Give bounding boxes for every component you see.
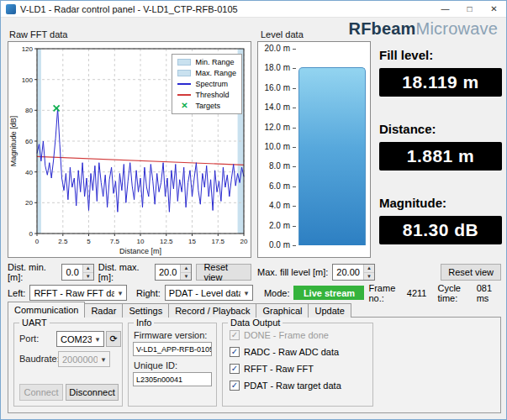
fill-level-label: Fill level: [379,48,502,62]
svg-text:0: 0 [35,238,40,245]
disconnect-button[interactable]: Disconnect [66,384,119,401]
titlebar: V-LD1 - Radar control panel - V-LD1_CTP-… [1,1,506,18]
checkbox-checked-icon[interactable]: ✓ [230,347,240,357]
threshold-line-icon [177,94,191,96]
gauge-tick [293,88,296,89]
display-selector-row: Left: RFFT - Raw FFT data ▾ Right: PDAT … [8,285,499,301]
svg-text:80: 80 [25,107,33,114]
max-fill-input[interactable]: 20.00 ▲▼ [332,264,375,281]
spin-up-icon[interactable]: ▲ [364,265,374,273]
level-section-label: Level data [261,29,304,39]
dist-max-value[interactable]: 20.0 [156,265,180,280]
svg-text:2.5: 2.5 [58,238,68,245]
dist-min-label: Dist. min. [m]: [8,262,57,282]
spin-up-icon[interactable]: ▲ [181,265,191,273]
gauge-tick-label: 2.0 m [260,221,290,230]
tab-update[interactable]: Update [308,303,351,318]
level-reset-view-button[interactable]: Reset view [441,264,501,281]
refresh-icon: ⟳ [109,333,117,344]
chevron-down-icon: ▾ [114,289,126,297]
spin-down-icon[interactable]: ▼ [364,273,374,281]
tab-strip: Communication Radar Settings Record / Pl… [8,302,351,318]
gauge-tick [293,49,296,50]
baudrate-label: Baudrate: [19,354,60,364]
checkbox-radc-raw-adc[interactable]: ✓ RADC - Raw ADC data [230,347,339,357]
right-display-select[interactable]: PDAT - Level data ▾ [165,285,253,301]
frame-no-value: 4211 [407,288,427,298]
checkbox-done-frame-done: ✓ DONE - Frame done [230,330,329,340]
fft-reset-view-button[interactable]: Reset view [196,264,251,281]
left-display-label: Left: [8,288,25,298]
magnitude-label: Magnitude: [379,196,502,210]
gauge-tick-label: 16.0 m [260,83,290,92]
dist-max-input[interactable]: 20.0 ▲▼ [155,264,192,281]
tab-communication[interactable]: Communication [8,302,85,318]
checkbox-checked-icon[interactable]: ✓ [230,364,240,374]
level-gauge-fill [298,67,366,245]
fft-chart-panel[interactable]: 02.557.51012.51517.520020406080100120Dis… [8,41,251,258]
svg-text:12.5: 12.5 [160,238,173,245]
chart-legend: Min. Range Max. Range Spectrum Threshold… [172,54,242,114]
window-title: V-LD1 - Radar control panel - V-LD1_CTP-… [20,4,238,14]
left-display-value: RFFT - Raw FFT data [30,288,114,298]
min-range-swatch-icon [177,59,191,66]
svg-text:0: 0 [29,230,34,238]
tab-radar[interactable]: Radar [84,303,123,318]
mode-status-badge: Live stream [293,286,364,300]
cycle-time-value: 081 ms [477,283,499,303]
svg-text:15: 15 [188,238,196,245]
refresh-ports-button[interactable]: ⟳ [106,331,121,347]
legend-targets: ✕Targets [177,102,236,110]
right-display-value: PDAT - Level data [166,288,240,298]
spin-down-icon[interactable]: ▼ [181,273,191,281]
svg-text:Magnitude [dB]: Magnitude [dB] [9,116,18,167]
svg-text:120: 120 [22,45,34,53]
left-display-select[interactable]: RFFT - Raw FFT data ▾ [29,285,127,301]
spin-up-icon[interactable]: ▲ [83,265,93,273]
spin-down-icon[interactable]: ▼ [83,273,93,281]
spinner-arrows: ▲▼ [82,265,93,280]
app-icon [6,4,16,14]
tab-record-playback[interactable]: Record / Playback [168,303,256,318]
legend-label: Spectrum [195,80,228,88]
dist-max-label: Dist. max. [m]: [98,262,151,282]
close-button[interactable]: ✕ [482,1,506,17]
legend-label: Threshold [195,91,229,99]
maximize-button[interactable]: □ [457,1,482,17]
gauge-tick-label: 18.0 m [260,63,290,72]
mode-label: Mode: [264,288,290,298]
legend-min-range: Min. Range [177,58,236,66]
checkbox-pdat-raw-target[interactable]: ✓ PDAT - Raw target data [230,381,341,391]
gauge-tick [293,226,296,227]
uart-group: UART Port: COM23 ▾ ⟳ Baudrate: 2000000 ▾… [13,323,123,407]
unique-id-label: Unique ID: [134,360,177,370]
distance-value: 1.881 m [379,142,502,171]
gauge-tick-label: 6.0 m [260,181,290,191]
legend-label: Min. Range [195,58,234,66]
svg-text:20: 20 [240,238,248,245]
rfbeam-logo: RFbeamMicrowave [349,19,499,39]
gauge-tick [293,186,296,187]
svg-text:5: 5 [87,238,91,245]
firmware-version-field[interactable]: V-LD1_APP-RFB-0105 [133,342,212,356]
tab-settings[interactable]: Settings [122,303,169,318]
window-controls: — □ ✕ [433,1,506,17]
level-gauge-panel[interactable]: 20.0 m18.0 m16.0 m14.0 m12.0 m10.0 m8.0 … [257,41,371,258]
gauge-tick [293,245,296,246]
minimize-button[interactable]: — [433,1,457,17]
legend-label: Targets [195,102,220,110]
checkbox-checked-icon[interactable]: ✓ [230,381,240,391]
checkbox-label: DONE - Frame done [244,330,329,340]
gauge-tick [293,166,296,167]
svg-text:Distance [m]: Distance [m] [119,247,161,255]
dist-min-input[interactable]: 0.0 ▲▼ [61,264,93,281]
tab-graphical[interactable]: Graphical [256,303,309,318]
max-fill-value[interactable]: 20.00 [333,265,363,280]
gauge-tick-label: 4.0 m [260,201,290,210]
dist-min-value[interactable]: 0.0 [62,265,82,280]
port-select[interactable]: COM23 ▾ [56,331,104,347]
chevron-down-icon: ▾ [92,335,103,344]
unique-id-field[interactable]: L2305n00041 [133,372,212,386]
checkbox-rfft-raw-fft[interactable]: ✓ RFFT - Raw FFT [230,364,314,374]
checkbox-label: PDAT - Raw target data [244,381,341,391]
